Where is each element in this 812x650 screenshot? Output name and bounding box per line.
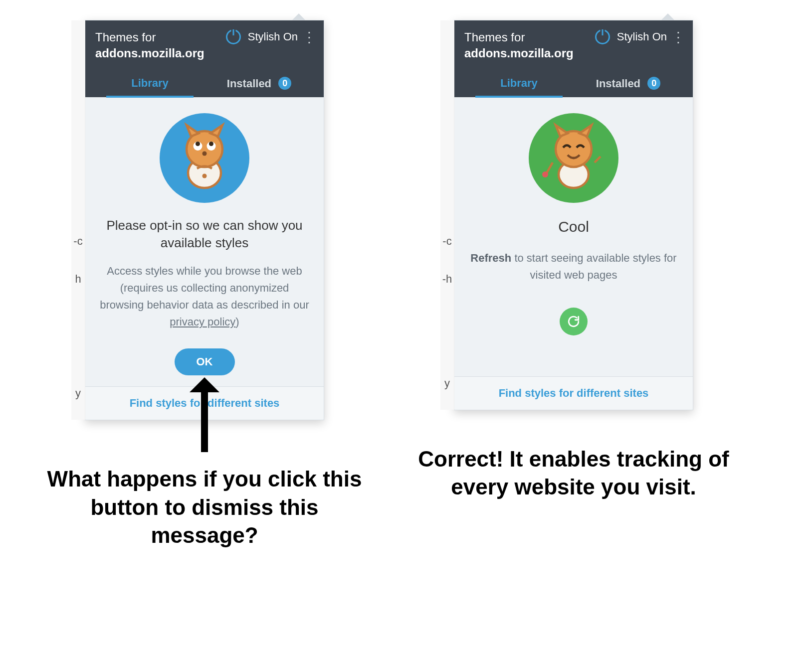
bg-char: y (75, 387, 81, 400)
tab-library[interactable]: Library (464, 71, 574, 97)
toggle-label: Stylish On (248, 30, 298, 43)
right-column: -c -h y Themes for addons.mozilla.org St… (414, 20, 733, 501)
svg-line-10 (547, 162, 553, 173)
title-line: Themes for (95, 29, 204, 45)
optin-sub-a: Access styles while you browse the web (… (100, 265, 309, 311)
refresh-icon (567, 315, 580, 328)
kebab-menu-icon[interactable]: ··· (674, 29, 683, 44)
title-domain: addons.mozilla.org (95, 45, 204, 61)
kebab-menu-icon[interactable]: ··· (305, 29, 314, 44)
popup-footer: Find styles for different sites (85, 386, 324, 420)
installed-count-badge: 0 (278, 77, 291, 90)
title-domain: addons.mozilla.org (464, 45, 574, 61)
installed-count-badge: 0 (647, 77, 660, 90)
page-behind-strip: -c h y (71, 20, 85, 420)
svg-point-3 (196, 142, 200, 146)
refresh-word: Refresh (470, 252, 511, 264)
title-line: Themes for (464, 29, 574, 45)
find-styles-link[interactable]: Find styles for different sites (499, 387, 649, 399)
popup-title: Themes for addons.mozilla.org (464, 29, 574, 62)
privacy-policy-link[interactable]: privacy policy (170, 316, 235, 328)
popup-title: Themes for addons.mozilla.org (95, 29, 204, 62)
bg-char: y (444, 377, 450, 390)
cat-happy-icon (529, 113, 618, 203)
svg-point-5 (209, 142, 213, 146)
cat-worried-icon (160, 113, 249, 203)
bg-char: -c (73, 235, 82, 248)
stylish-popup-right: -c -h y Themes for addons.mozilla.org St… (454, 20, 693, 410)
popup-body: Cool Refresh to start seeing available s… (454, 97, 693, 376)
find-styles-link[interactable]: Find styles for different sites (130, 397, 280, 409)
bg-char: -c (442, 235, 451, 248)
optin-sub-b: ) (235, 316, 239, 328)
left-column: -c h y Themes for addons.mozilla.org Sty… (45, 20, 364, 549)
toggle-label: Stylish On (617, 30, 667, 43)
svg-point-6 (203, 151, 207, 156)
popup-footer: Find styles for different sites (454, 376, 693, 410)
cool-sub-rest: to start seeing available styles for vis… (511, 252, 676, 281)
page-behind-strip: -c -h y (440, 20, 454, 410)
bg-char: h (75, 273, 81, 286)
tab-installed[interactable]: Installed 0 (204, 71, 314, 97)
optin-title: Please opt-in so we can show you availab… (99, 217, 310, 252)
cool-title: Cool (558, 217, 589, 237)
popup-body: Please opt-in so we can show you availab… (85, 97, 324, 387)
cool-subtitle: Refresh to start seeing available styles… (468, 250, 679, 284)
svg-point-7 (203, 173, 207, 178)
tabs: Library Installed 0 (95, 71, 314, 97)
power-icon[interactable] (226, 29, 241, 44)
popup-header: Themes for addons.mozilla.org Stylish On… (85, 20, 324, 97)
svg-line-12 (595, 157, 601, 162)
tab-installed[interactable]: Installed 0 (574, 71, 683, 97)
caption-left: What happens if you click this button to… (45, 465, 364, 549)
stylish-popup-left: -c h y Themes for addons.mozilla.org Sty… (85, 20, 324, 420)
svg-point-11 (542, 171, 548, 177)
tab-installed-label: Installed (227, 77, 271, 90)
tabs: Library Installed 0 (464, 71, 683, 97)
power-icon[interactable] (595, 29, 610, 44)
tab-installed-label: Installed (596, 77, 640, 90)
caption-right: Correct! It enables tracking of every we… (414, 445, 733, 501)
tab-library[interactable]: Library (95, 71, 204, 97)
bg-char: -h (442, 273, 452, 286)
optin-subtitle: Access styles while you browse the web (… (99, 263, 310, 330)
ok-button[interactable]: OK (175, 348, 235, 375)
refresh-button[interactable] (560, 308, 588, 335)
popup-header: Themes for addons.mozilla.org Stylish On… (454, 20, 693, 97)
